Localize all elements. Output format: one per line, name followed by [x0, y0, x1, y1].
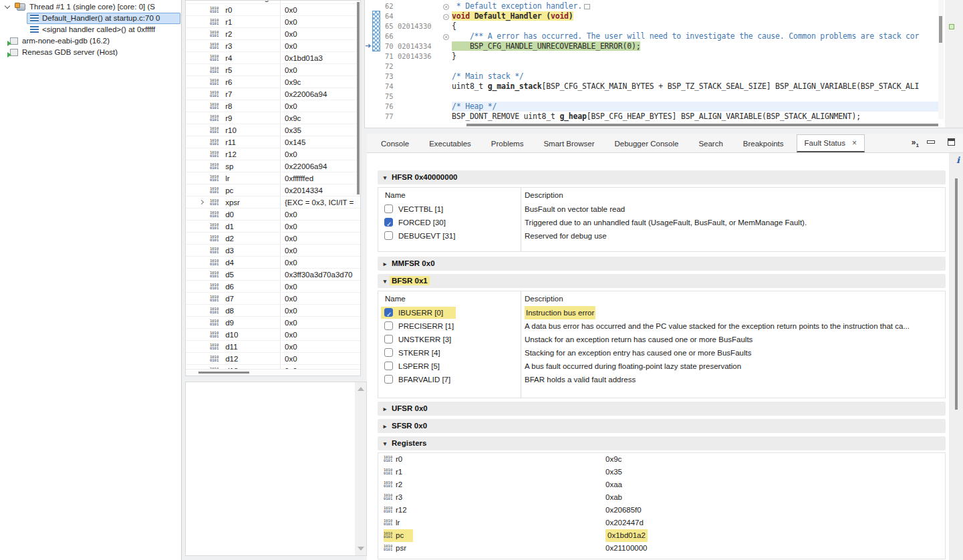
line-number[interactable]: 62 [382, 1, 440, 11]
code-line[interactable]: BSP_CFG_HANDLE_UNRECOVERABLE_ERROR(0); [452, 41, 938, 51]
occurrence-marker[interactable] [949, 24, 954, 29]
fault-register-row[interactable]: r0 0x9c [378, 453, 945, 466]
register-row[interactable]: d1 0x0 [186, 221, 360, 233]
register-row[interactable]: d8 0x0 [186, 305, 360, 317]
fault-bit-row[interactable]: VECTTBL [1] BusFault on vector table rea… [378, 202, 945, 216]
register-row[interactable]: r12 0x0 [186, 148, 360, 160]
register-row[interactable]: r6 0x9c [186, 76, 360, 88]
line-number[interactable]: 75 [382, 92, 440, 102]
register-row[interactable]: d2 0x0 [186, 233, 360, 245]
fold-collapsed-icon[interactable] [443, 34, 449, 40]
overview-ruler[interactable] [945, 0, 963, 128]
maximize-icon[interactable] [948, 138, 955, 146]
annotation-margin[interactable]: ➜ [365, 0, 382, 122]
register-row[interactable]: r1 0x0 [186, 16, 360, 28]
register-row[interactable]: d5 0x3ff30a3d70a3d70 [186, 269, 360, 281]
checkbox[interactable] [384, 231, 393, 240]
minimize-icon[interactable] [927, 140, 935, 144]
checkbox[interactable] [384, 308, 393, 317]
code-line[interactable]: void Default_Handler (void) [452, 11, 938, 21]
code-line[interactable]: * Default exception handler. [452, 1, 938, 11]
code-line[interactable] [452, 61, 938, 72]
fault-register-row[interactable]: r1 0x35 [378, 466, 945, 478]
fault-bit-row[interactable]: LSPERR [5] A bus fault occurred during f… [378, 360, 945, 373]
scrollbar-thumb[interactable] [198, 372, 249, 374]
fault-bit-row[interactable]: FORCED [30] Triggered due to an unhandle… [378, 216, 945, 229]
fault-bit-row[interactable]: PRECISERR [1] A data bus error has occur… [378, 319, 945, 333]
section-header-registers[interactable]: Registers [378, 436, 946, 450]
register-row[interactable]: r10 0x35 [186, 124, 360, 136]
line-number[interactable]: 76 [382, 102, 440, 112]
scrollbar-thumb[interactable] [466, 124, 938, 126]
register-row[interactable]: r5 0x0 [186, 64, 360, 76]
register-row[interactable]: xpsr {EXC = 0x3, ICI/IT = [186, 196, 360, 208]
register-row[interactable]: d4 0x0 [186, 257, 360, 269]
section-header-hfsr[interactable]: HFSR 0x40000000 [378, 170, 946, 184]
debug-tree-item-frame[interactable]: <signal handler called>() at 0xfffff [0, 24, 181, 35]
register-row[interactable]: d7 0x0 [186, 293, 360, 305]
fault-register-row[interactable]: r2 0xaa [378, 478, 945, 491]
fault-bit-row[interactable]: STKERR [4] Stacking for an exception ent… [378, 346, 945, 360]
checkbox[interactable] [384, 348, 393, 357]
editor-gutter[interactable]: 626465 020143306670 0201433471 020143367… [382, 1, 440, 122]
editor-lines[interactable]: * Default exception handler.void Default… [452, 1, 938, 123]
vertical-scrollbar[interactable] [355, 382, 366, 555]
register-row[interactable]: d10 0x0 [186, 329, 360, 341]
register-row[interactable]: lr 0xffffffed [186, 172, 360, 184]
register-row[interactable]: d11 0x0 [186, 341, 360, 353]
line-number[interactable]: 70 02014334 [382, 41, 440, 51]
panel-tab[interactable]: Console × [374, 134, 416, 152]
fault-register-row[interactable]: pc 0x1bd01a2 [378, 529, 945, 542]
section-header-mmfsr[interactable]: MMFSR 0x0 [378, 257, 946, 271]
fault-register-row[interactable]: r3 0xab [378, 491, 945, 504]
register-row[interactable]: d12 0x0 [186, 353, 360, 365]
code-line[interactable]: /** A error has occurred. The user will … [452, 31, 938, 41]
code-line[interactable]: /* Main stack */ [452, 72, 938, 82]
section-header-bfsr[interactable]: BFSR 0x1 [378, 274, 946, 288]
close-icon[interactable]: × [852, 134, 857, 152]
register-row[interactable]: r3 0x0 [186, 40, 360, 52]
fault-register-row[interactable]: psr 0x21100000 [378, 542, 945, 555]
debug-tree-item-gdb[interactable]: arm-none-eabi-gdb (16.2) [0, 35, 181, 47]
checkbox[interactable] [384, 218, 393, 227]
fault-register-row[interactable]: r12 0x20685f0 [378, 504, 945, 517]
editor-vertical-scrollbar[interactable] [938, 0, 944, 119]
panel-tab[interactable]: Executables × [422, 134, 478, 152]
panel-tab[interactable]: Breakpoints × [736, 134, 791, 152]
code-line[interactable]: uint8_t g_main_stack[BSP_CFG_STACK_MAIN_… [452, 82, 938, 92]
register-row[interactable]: d3 0x0 [186, 245, 360, 257]
debug-tree-item-thread[interactable]: Thread #1 1 (single core) [core: 0] (S [0, 1, 181, 13]
line-number[interactable]: 74 [382, 82, 440, 92]
checkbox[interactable] [384, 204, 393, 213]
code-line[interactable]: /* Heap */ [452, 102, 938, 112]
panel-tab[interactable]: Fault Status × [797, 134, 865, 152]
line-number[interactable]: 71 02014336 [382, 51, 440, 61]
fault-register-row[interactable]: lr 0x202447d [378, 517, 945, 529]
code-line[interactable]: } [452, 51, 938, 61]
vertical-scrollbar[interactable] [357, 2, 360, 194]
register-row[interactable]: d6 0x0 [186, 281, 360, 293]
register-row[interactable]: r0 0x0 [186, 4, 360, 16]
vertical-scrollbar[interactable] [955, 178, 958, 410]
editor-folds[interactable] [440, 1, 452, 122]
fault-bit-row[interactable]: UNSTKERR [3] Unstack for an exception re… [378, 333, 945, 346]
line-number[interactable]: 77 [382, 112, 440, 122]
source-editor[interactable]: ➜ 626465 020143306670 0201433471 0201433… [364, 0, 963, 128]
panel-tab[interactable]: Debugger Console × [607, 134, 686, 152]
info-icon[interactable]: i [956, 155, 960, 165]
fold-expanded-icon[interactable] [443, 14, 449, 20]
code-line[interactable] [452, 92, 938, 102]
debug-tree-item-gdb-server[interactable]: Renesas GDB server (Host) [0, 47, 181, 58]
panel-tab[interactable]: Search × [691, 134, 730, 152]
register-row[interactable]: r7 0x22006a94 [186, 88, 360, 100]
register-row[interactable]: d9 0x0 [186, 317, 360, 329]
code-line[interactable]: BSP_DONT_REMOVE uint8_t g_heap[BSP_CFG_H… [452, 112, 938, 122]
checkbox[interactable] [384, 375, 393, 384]
line-number[interactable]: 72 [382, 61, 440, 72]
scroll-up-icon[interactable] [358, 387, 364, 391]
register-row[interactable]: r2 0x0 [186, 28, 360, 40]
line-number[interactable]: 66 [382, 31, 440, 41]
panel-tab[interactable]: Problems × [484, 134, 531, 152]
register-row[interactable]: sp 0x22006a94 [186, 160, 360, 172]
register-list[interactable]: General Registers r0 0x0 r1 0x0 r2 0x0 [186, 1, 360, 370]
